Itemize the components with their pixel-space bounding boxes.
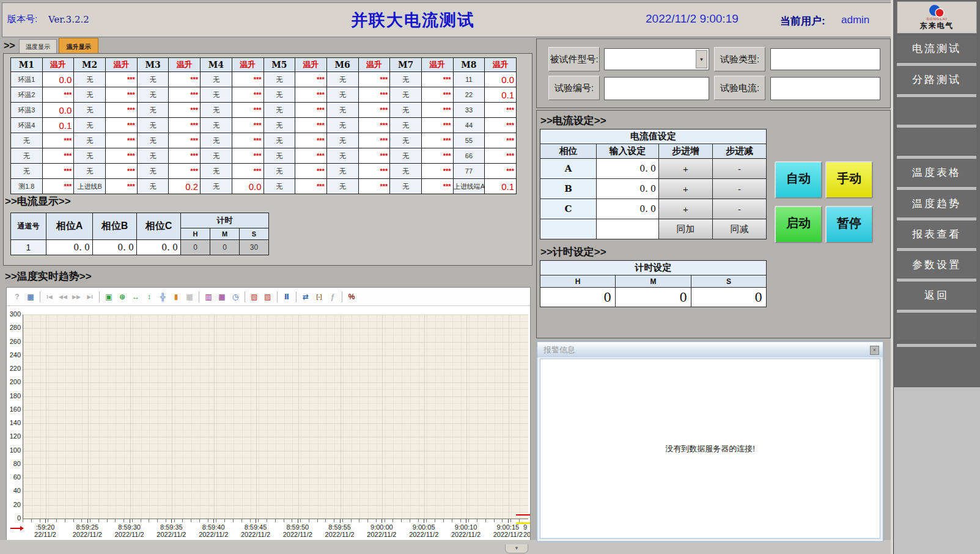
y-axis-label: 180 [7, 392, 21, 399]
function-icon[interactable]: ƒ [326, 291, 339, 303]
temp-value-cell: *** [169, 103, 201, 118]
tab-temp-rise-display[interactable]: 温升显示 [59, 38, 98, 54]
sidebar-separator [897, 125, 976, 128]
temp-value-cell: *** [232, 164, 263, 179]
go-first-icon[interactable]: I◀ [43, 291, 56, 303]
timer-setting-title: >>计时设定>> [540, 245, 606, 259]
sidebar-item-branch-test[interactable]: 分路测试 [897, 67, 976, 93]
sidebar-item-current-test[interactable]: 电流测试 [897, 35, 976, 62]
app-window: 版本号: Ver.3.2.2 并联大电流测试 2022/11/2 9:00:19… [0, 0, 980, 554]
gridline [46, 315, 46, 519]
phase-c-setting-input[interactable]: 0. 0 [597, 199, 659, 219]
x-axis-time: 9 [523, 523, 531, 531]
test-current-input[interactable] [770, 77, 880, 100]
step-down-b-button[interactable]: - [713, 179, 767, 199]
temp-value-cell: *** [232, 118, 263, 133]
pause-icon[interactable]: Ⅱ [281, 291, 293, 303]
current-setting-title: >>电流设定>> [540, 114, 606, 128]
sidebar-separator [897, 187, 976, 190]
temp-value-cell: *** [42, 87, 74, 103]
range-icon[interactable]: [-] [313, 291, 325, 303]
x-axis-tick [466, 519, 466, 523]
sidebar-item-temp-table[interactable]: 温度表格 [897, 159, 976, 186]
start-button[interactable]: 启动 [775, 206, 822, 243]
step-up-b-button[interactable]: + [659, 179, 713, 199]
pause-button[interactable]: 暂停 [825, 206, 873, 243]
sidebar-item-back[interactable]: 返回 [897, 282, 976, 308]
col-header-phase-c: 相位C [137, 213, 181, 240]
legend-icon[interactable]: ▥ [202, 291, 215, 303]
step-up-a-button[interactable]: + [659, 159, 713, 179]
chart-toolbar: ?▦I◀◀◀▶▶▶I▣⊕↔↕╬▮▦▥▦◷▧▨Ⅱ⇄[-]ƒ% [7, 288, 530, 306]
copy-trend-icon[interactable]: ▧ [248, 291, 260, 303]
timer-hours-input[interactable]: 0 [540, 288, 616, 307]
timer-minutes-input[interactable]: 0 [616, 288, 691, 307]
help-icon[interactable]: ? [11, 291, 23, 303]
sidebar-item-param-settings[interactable]: 参数设置 [897, 252, 976, 278]
export-trend-icon[interactable]: ▨ [262, 291, 274, 303]
col-header-rise: 温升 [295, 58, 327, 72]
close-icon[interactable]: × [870, 346, 879, 355]
temp-value-cell: *** [42, 179, 74, 194]
sidebar-item-report-view[interactable]: 报表查看 [897, 221, 976, 247]
timer-seconds-input[interactable]: 0 [691, 288, 767, 307]
tab-temperature-display[interactable]: 温度显示 [19, 39, 57, 54]
toolbar-separator [199, 291, 199, 302]
step-down-c-button[interactable]: - [713, 199, 767, 219]
phase-b-setting-input[interactable]: 0. 0 [597, 179, 659, 199]
export-report-icon[interactable]: ▦ [24, 291, 37, 303]
temp-label-cell: 环温1 [11, 72, 43, 87]
zoom-vertical-icon[interactable]: ↕ [143, 291, 155, 303]
test-number-input[interactable] [604, 77, 709, 100]
thermometer-icon[interactable]: ▮ [170, 291, 182, 303]
temp-label-cell: 无 [390, 179, 422, 194]
x-axis-date: 2022/11/2 [108, 531, 151, 538]
pan-icon[interactable]: ╬ [157, 291, 169, 303]
rewind-icon[interactable]: ◀◀ [57, 291, 69, 303]
x-axis-label: 920: [523, 523, 531, 538]
manual-button[interactable]: 手动 [825, 161, 873, 199]
chevron-down-icon[interactable]: ▼ [696, 50, 707, 68]
temp-label-cell: 无 [326, 103, 358, 118]
x-axis-date: 2022/11/2 [234, 531, 277, 538]
x-axis-label: 9:00:052022/11/2 [402, 523, 445, 538]
axis-scroll-marker [10, 528, 20, 529]
sidebar-item-temp-trend[interactable]: 温度趋势 [897, 191, 976, 217]
sidebar-item-empty-3[interactable] [897, 313, 976, 340]
zoom-in-icon[interactable]: ⊕ [116, 291, 128, 303]
zoom-horizontal-icon[interactable]: ↔ [130, 291, 142, 303]
temp-label-cell: 无 [326, 133, 358, 148]
alarm-message: 没有到数据服务器的连接! [540, 359, 880, 539]
chart-plot-area[interactable] [23, 315, 528, 519]
swap-axis-icon[interactable]: ⇄ [300, 291, 312, 303]
clock-icon[interactable]: ◷ [229, 291, 241, 303]
test-type-input[interactable] [770, 48, 880, 70]
value-grid-icon[interactable]: ▦ [183, 291, 196, 303]
all-step-down-button[interactable]: 同减 [713, 219, 767, 239]
temp-label-cell: 无 [137, 133, 169, 148]
temp-value-cell: *** [358, 87, 390, 103]
step-down-a-button[interactable]: - [713, 159, 767, 179]
percent-icon[interactable]: % [345, 291, 358, 303]
col-header-m: M4 [201, 58, 232, 72]
test-type-label: 试验类型: [714, 47, 765, 71]
collapse-tab[interactable]: ▼ [505, 544, 528, 553]
x-axis-tick [508, 519, 509, 523]
col-header-s: S [240, 228, 269, 240]
sidebar-item-empty-2[interactable] [897, 128, 976, 155]
zoom-box-icon[interactable]: ▣ [103, 291, 115, 303]
forward-icon[interactable]: ▶▶ [70, 291, 83, 303]
temp-label-cell: 无 [201, 164, 232, 179]
table-row: 测1.8***上进线B***无0.2无0.0无***无***无***上进线端A0… [11, 179, 517, 194]
auto-button[interactable]: 自动 [775, 161, 822, 199]
sidebar-item-empty-1[interactable] [897, 98, 976, 124]
step-up-c-button[interactable]: + [659, 199, 713, 219]
phase-a-setting-input[interactable]: 0. 0 [597, 159, 659, 179]
sidebar-separator [897, 156, 976, 159]
y-axis-label: 280 [7, 324, 21, 331]
model-select[interactable]: ▼ [604, 48, 709, 70]
go-last-icon[interactable]: ▶I [84, 291, 96, 303]
grid-add-icon[interactable]: ▦ [216, 291, 228, 303]
all-step-up-button[interactable]: 同加 [659, 219, 713, 239]
temp-value-cell: *** [485, 164, 517, 179]
